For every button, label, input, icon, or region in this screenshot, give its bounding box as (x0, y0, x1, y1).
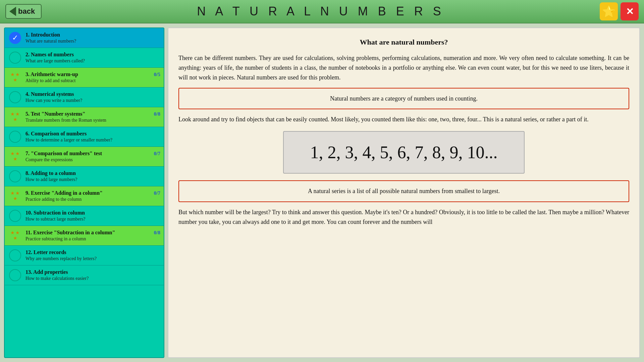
lesson-subtitle-4: How can you write a number? (25, 98, 160, 104)
circle-icon (9, 131, 21, 143)
content-heading: What are natural numbers? (178, 36, 629, 48)
lesson-item-8[interactable]: 8. Adding to a columnHow to add large nu… (5, 167, 164, 186)
lesson-item-3[interactable]: ★★★3. Arithmetic warm-upAbility to add a… (5, 68, 164, 87)
lesson-score-3: 0/5 (151, 70, 160, 77)
lesson-icon-11: ★★★ (8, 229, 22, 243)
lesson-title-13: 13. Add properties (25, 269, 160, 276)
lesson-subtitle-9: Practice adding to the column (25, 196, 151, 202)
circle-icon (9, 249, 21, 261)
main-content: ✓1. IntroductionWhat are natural numbers… (0, 23, 644, 362)
star-3-icon: ★ (13, 78, 17, 82)
lesson-text-6: 6. Comparison of numbersHow to determine… (25, 130, 160, 143)
page-title: N A T U R A L N U M B E R S (197, 4, 444, 18)
lesson-icon-2 (8, 51, 22, 65)
lesson-icon-10 (8, 209, 22, 223)
lesson-title-2: 2. Names of numbers (25, 51, 160, 58)
lesson-item-7[interactable]: ★★★7. "Comparison of numbers" testCompar… (5, 147, 164, 167)
lesson-item-13[interactable]: 13. Add propertiesHow to make calculatio… (5, 265, 164, 285)
star-2-icon: ★ (15, 152, 20, 156)
star-2-icon: ★ (15, 191, 20, 196)
lesson-text-3: 3. Arithmetic warm-upAbility to add and … (25, 71, 151, 84)
lesson-subtitle-11: Practice subtracting in a column (25, 236, 151, 242)
content-paragraph-1: There can be different numbers. They are… (178, 53, 629, 82)
close-icon: ✕ (626, 6, 634, 17)
lesson-subtitle-8: How to add large numbers? (25, 177, 160, 183)
lesson-score-11: 0/8 (151, 229, 160, 236)
lesson-subtitle-13: How to make calculations easier? (25, 276, 160, 282)
lesson-item-11[interactable]: ★★★11. Exercise "Subtraction in a column… (5, 226, 164, 246)
lesson-icon-9: ★★★ (8, 189, 22, 203)
lesson-item-9[interactable]: ★★★9. Exercise "Adding in a column"Pract… (5, 186, 164, 206)
lesson-item-10[interactable]: 10. Subtraction in columnHow to subtract… (5, 206, 164, 226)
lesson-icon-6 (8, 130, 22, 144)
star-3-icon: ★ (13, 117, 17, 122)
highlight-text-2: A natural series is a list of all possib… (308, 188, 500, 194)
lesson-icon-1: ✓ (8, 31, 22, 45)
star-1-icon: ★ (10, 191, 15, 196)
lesson-item-4[interactable]: 4. Numerical systemsHow can you write a … (5, 87, 164, 107)
star-3-icon: ★ (13, 236, 17, 241)
number-series-text: 1, 2, 3, 4, 5, 6, 7, 8, 9, 10... (310, 143, 498, 162)
lesson-text-7: 7. "Comparison of numbers" testCompare t… (25, 150, 151, 163)
lesson-item-2[interactable]: 2. Names of numbersWhat are large number… (5, 48, 164, 68)
highlight-box-1: Natural numbers are a category of number… (178, 88, 629, 110)
lesson-title-9: 9. Exercise "Adding in a column" (25, 190, 151, 197)
circle-icon (9, 91, 21, 103)
lesson-text-11: 11. Exercise "Subtraction in a column"Pr… (25, 229, 151, 242)
lesson-title-12: 12. Letter records (25, 249, 160, 256)
lesson-text-8: 8. Adding to a columnHow to add large nu… (25, 170, 160, 183)
lesson-subtitle-3: Ability to add and subtract (25, 78, 151, 84)
header: back N A T U R A L N U M B E R S ⭐ ✕ (0, 0, 644, 23)
lesson-item-5[interactable]: ★★★5. Test "Number systems"Translate num… (5, 107, 164, 127)
lesson-item-6[interactable]: 6. Comparison of numbersHow to determine… (5, 127, 164, 147)
lesson-title-4: 4. Numerical systems (25, 91, 160, 98)
back-button[interactable]: back (5, 4, 42, 19)
stars-icon: ★★★ (9, 152, 21, 162)
star-icon: ⭐ (602, 5, 615, 18)
lesson-icon-8 (8, 169, 22, 183)
lesson-text-13: 13. Add propertiesHow to make calculatio… (25, 269, 160, 282)
stars-icon: ★★★ (9, 72, 21, 82)
lesson-subtitle-7: Compare the expressions (25, 157, 151, 163)
circle-icon (9, 269, 21, 281)
content-paragraph-2: Look around and try to find objects that… (178, 115, 629, 124)
lesson-text-12: 12. Letter recordsWhy are numbers replac… (25, 249, 160, 262)
circle-icon (9, 52, 21, 64)
checkmark-icon: ✓ (9, 32, 21, 44)
star-2-icon: ★ (15, 112, 20, 117)
lesson-score-7: 0/7 (151, 149, 160, 157)
stars-icon: ★★★ (9, 191, 21, 201)
header-icons: ⭐ ✕ (600, 2, 639, 20)
star-2-icon: ★ (15, 72, 20, 77)
lesson-score-9: 0/7 (151, 189, 160, 196)
lesson-icon-7: ★★★ (8, 149, 22, 164)
lesson-title-1: 1. Introduction (25, 32, 160, 39)
lesson-title-6: 6. Comparison of numbers (25, 130, 160, 137)
lesson-icon-12 (8, 248, 22, 262)
close-button[interactable]: ✕ (621, 2, 639, 20)
lesson-subtitle-5: Translate numbers from the Roman system (25, 117, 151, 123)
back-label: back (18, 7, 35, 16)
star-1-icon: ★ (10, 112, 15, 117)
lesson-icon-3: ★★★ (8, 70, 22, 84)
star-1-icon: ★ (10, 72, 15, 77)
lesson-title-11: 11. Exercise "Subtraction in a column" (25, 229, 151, 236)
favorite-button[interactable]: ⭐ (600, 2, 618, 20)
lesson-sidebar: ✓1. IntroductionWhat are natural numbers… (4, 27, 164, 358)
lesson-subtitle-1: What are natural numbers? (25, 38, 160, 44)
stars-icon: ★★★ (9, 231, 21, 241)
lesson-text-5: 5. Test "Number systems"Translate number… (25, 111, 151, 124)
lesson-title-3: 3. Arithmetic warm-up (25, 71, 151, 78)
lesson-text-9: 9. Exercise "Adding in a column"Practice… (25, 190, 151, 203)
lesson-text-4: 4. Numerical systemsHow can you write a … (25, 91, 160, 104)
lesson-item-12[interactable]: 12. Letter recordsWhy are numbers replac… (5, 246, 164, 265)
lesson-item-1[interactable]: ✓1. IntroductionWhat are natural numbers… (5, 28, 164, 48)
lesson-subtitle-10: How to subtract large numbers? (25, 216, 160, 222)
circle-icon (9, 170, 21, 182)
lesson-text-10: 10. Subtraction in columnHow to subtract… (25, 209, 160, 223)
star-3-icon: ★ (13, 157, 17, 162)
star-2-icon: ★ (15, 231, 20, 235)
lesson-title-5: 5. Test "Number systems" (25, 111, 151, 118)
lesson-score-5: 0/8 (151, 110, 160, 117)
content-paragraph-3: But which number will be the largest? Tr… (178, 207, 629, 227)
